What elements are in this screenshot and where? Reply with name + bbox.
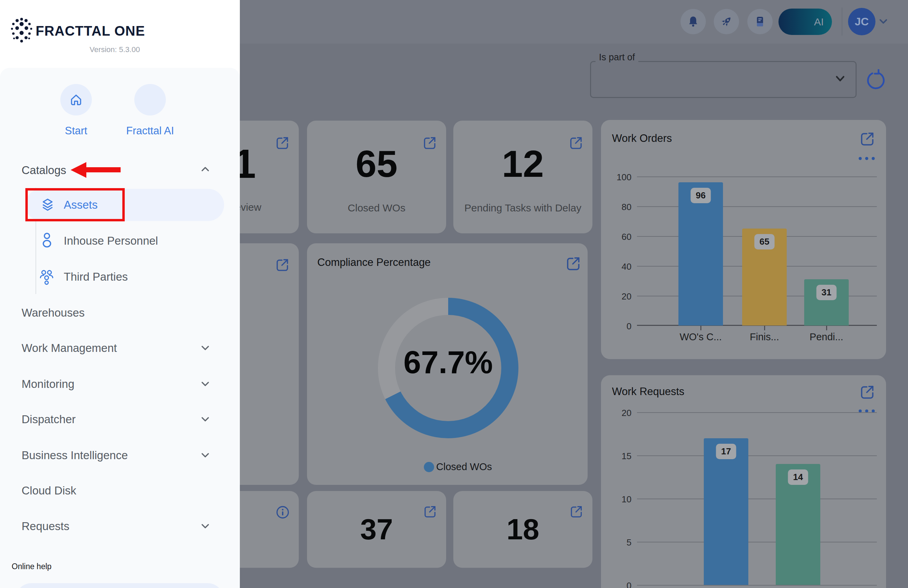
sidebar-item-requests[interactable]: Requests [22, 520, 69, 533]
fracttal-logo-icon [10, 16, 34, 45]
sidebar-item-business-intelligence[interactable]: Business Intelligence [22, 449, 128, 462]
y-tick: 100 [603, 172, 631, 183]
fracttal-ai-pill-button[interactable]: AI [779, 8, 832, 35]
y-tick: 5 [603, 537, 631, 548]
external-link-icon[interactable] [274, 257, 290, 273]
reset-filter-button[interactable] [865, 69, 886, 90]
y-tick: 15 [603, 451, 631, 462]
bar-pendi: 31 [804, 279, 849, 325]
header-divider [842, 8, 842, 35]
sidebar-fracttal-ai-label[interactable]: Fracttal AI [109, 125, 191, 137]
sidebar-item-third-parties[interactable]: Third Parties [64, 271, 128, 284]
sidebar-start-label[interactable]: Start [35, 125, 117, 137]
annotation-arrow-head [71, 162, 86, 178]
legend-dot [424, 462, 434, 472]
sidebar-item-cloud-disk[interactable]: Cloud Disk [22, 484, 76, 497]
release-notes-icon [754, 15, 766, 28]
avatar-initials: JC [855, 15, 869, 28]
is-part-of-select[interactable] [590, 61, 856, 98]
x-tick: WO's C... [667, 331, 735, 343]
bar-value-badge: 14 [788, 469, 808, 485]
sidebar-item-monitoring[interactable]: Monitoring [22, 378, 74, 391]
chart-legend: Closed WOs [424, 461, 492, 472]
chart-title: Compliance Percentage [317, 256, 431, 269]
annotation-box [25, 188, 125, 221]
chevron-down-icon[interactable] [200, 522, 210, 530]
external-link-icon[interactable] [422, 504, 438, 519]
bar-blue: 17 [704, 438, 748, 585]
external-link-icon[interactable] [569, 504, 584, 519]
refresh-icon [865, 69, 886, 90]
kpi-card-pending-tasks: 12 Pending Tasks with Delay [453, 121, 592, 234]
app-logo-text: FRACTTAL ONE [35, 23, 145, 39]
sidebar-bottom-button[interactable] [16, 583, 224, 588]
legend-label: Closed WOs [436, 461, 492, 472]
chevron-down-icon[interactable] [200, 380, 210, 388]
work-requests-plot: 20 15 10 5 0 17 14 [637, 412, 877, 585]
chevron-down-icon[interactable] [200, 344, 210, 352]
donut-center-value: 67.7% [378, 345, 518, 380]
kpi-card-37: 37 [307, 491, 446, 568]
sidebar-item-inhouse-personnel[interactable]: Inhouse Personnel [64, 234, 158, 247]
sidebar-panel [0, 68, 240, 588]
people-group-icon [39, 268, 55, 285]
external-link-icon[interactable] [568, 135, 584, 151]
person-icon [39, 232, 55, 249]
y-tick: 40 [603, 261, 631, 272]
bar-value-badge: 17 [716, 444, 736, 459]
work-orders-card: Work Orders 100 80 60 40 20 0 96 65 31 W… [601, 120, 886, 359]
y-tick: 80 [603, 202, 631, 213]
external-link-icon[interactable] [859, 383, 876, 401]
y-tick: 10 [603, 494, 631, 505]
sidebar-item-dispatcher[interactable]: Dispatcher [22, 413, 76, 426]
bar-value-badge: 96 [691, 188, 711, 203]
bar-finis: 65 [742, 229, 787, 325]
avatar[interactable]: JC [848, 8, 876, 35]
kpi-label: Pending Tasks with Delay [453, 202, 592, 214]
sidebar-item-warehouses[interactable]: Warehouses [22, 306, 85, 319]
select-chevron-down-icon [834, 74, 846, 83]
chevron-up-icon[interactable] [200, 165, 210, 173]
app-version: Version: 5.3.00 [62, 45, 168, 54]
compliance-card: Compliance Percentage 67.7% Closed WOs [307, 243, 588, 485]
external-link-icon[interactable] [565, 255, 582, 272]
chevron-down-icon[interactable] [200, 415, 210, 423]
sidebar-start-button[interactable] [60, 84, 92, 116]
sidebar-fracttal-ai-button[interactable] [134, 84, 166, 116]
y-tick: 20 [603, 408, 631, 418]
work-orders-plot: 100 80 60 40 20 0 96 65 31 WO's C... Fin… [637, 176, 877, 325]
release-notes-button[interactable] [747, 9, 773, 34]
compliance-donut: 67.7% [378, 298, 518, 438]
account-chevron-down-icon[interactable] [878, 17, 889, 25]
home-icon [69, 92, 84, 107]
sidebar-drawer: FRACTTAL ONE Version: 5.3.00 Start Fract… [0, 0, 240, 588]
sidebar-item-catalogs[interactable]: Catalogs [22, 164, 66, 177]
kpi-card-18: 18 [453, 491, 592, 568]
bell-icon [687, 15, 700, 28]
y-tick: 0 [603, 580, 631, 588]
sidebar-item-work-management[interactable]: Work Management [22, 342, 117, 354]
work-requests-card: Work Requests 20 15 10 5 0 17 14 [601, 375, 886, 588]
x-tick: Pendi... [792, 331, 861, 343]
x-tick: Finis... [730, 331, 799, 343]
bar-wos-c: 96 [678, 182, 723, 325]
notifications-button[interactable] [681, 9, 706, 34]
rocket-icon [720, 15, 733, 29]
whats-new-button[interactable] [714, 9, 739, 34]
chart-title: Work Orders [612, 132, 672, 145]
chart-menu-icon[interactable] [859, 157, 875, 160]
external-link-icon[interactable] [859, 130, 876, 147]
y-tick: 60 [603, 232, 631, 242]
kpi-label: Closed WOs [307, 202, 446, 214]
kpi-card-closed-wos: 65 Closed WOs [307, 121, 446, 234]
online-help-link[interactable]: Online help [12, 562, 52, 571]
chart-title: Work Requests [612, 385, 684, 398]
info-icon[interactable] [275, 505, 290, 520]
y-tick: 20 [603, 291, 631, 302]
external-link-icon[interactable] [274, 135, 290, 151]
bar-teal: 14 [776, 464, 820, 585]
bar-value-badge: 65 [755, 234, 775, 250]
bar-value-badge: 31 [816, 285, 837, 300]
external-link-icon[interactable] [422, 135, 438, 151]
chevron-down-icon[interactable] [200, 451, 210, 459]
